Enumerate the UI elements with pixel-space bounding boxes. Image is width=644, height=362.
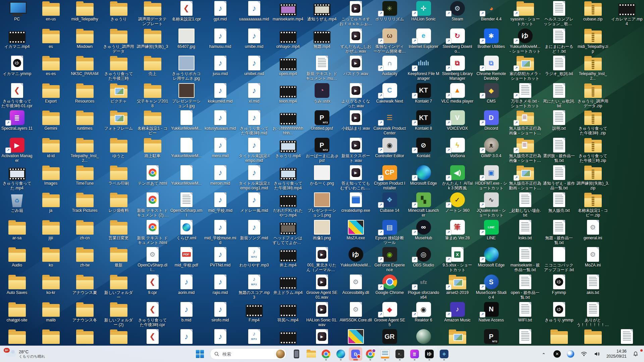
desktop-icon[interactable]: S↗MuseScore Studio 4 <box>475 275 507 301</box>
desktop-icon[interactable]: e↗Internet Explorer <box>407 28 440 55</box>
desktop-icon[interactable]: open - 親作品一覧.txt <box>509 275 541 301</box>
desktop-icon[interactable]: ありがとう！！！！！！.txt <box>577 302 609 329</box>
desktop-icon[interactable]: ⚙MoZA.ini <box>577 247 609 274</box>
notification-center-button[interactable] <box>629 347 642 361</box>
desktop-icon[interactable]: Mixdown <box>68 28 101 55</box>
desktop-icon[interactable]: 調声練習(失敗)_3.zip <box>577 165 609 192</box>
desktop-icon[interactable]: X↗9.5.xlsx - ショートカット <box>441 247 474 274</box>
desktop-icon[interactable]: ♪きゅうり食ってた午後3時.mid <box>238 110 270 137</box>
desktop-icon[interactable]: ⧉↗Chrome Remote Desktop <box>475 56 507 82</box>
desktop-icon[interactable]: きゅうり_調声用データ <box>102 28 135 55</box>
tray-volume-button[interactable] <box>591 347 604 361</box>
desktop-icon[interactable]: 65407.jpg <box>170 28 203 55</box>
desktop-icon[interactable]: ▶Groove Agent SE 01.wav <box>306 275 338 301</box>
tray-x-app-button[interactable]: ✕ <box>551 347 564 361</box>
desktop-icon[interactable]: ✓↗ノートン 360 <box>441 192 474 219</box>
desktop-icon[interactable]: 選択肢 - 親作品一覧.txt <box>543 138 575 165</box>
desktop-icon[interactable]: テンポあて.html <box>136 165 169 192</box>
desktop-icon[interactable]: きゅうり食ってた午後3時 .zip <box>577 110 609 137</box>
desktop-icon[interactable]: es-es <box>35 56 67 82</box>
desktop-icon[interactable]: 死にたい_ゅ歌詞.txt <box>543 83 575 110</box>
desktop-icon[interactable]: Gemini <box>35 110 67 137</box>
taskbar-app-file-explorer[interactable] <box>305 347 318 361</box>
desktop-icon[interactable]: ❮9.cpr <box>136 275 169 301</box>
desktop-icon[interactable]: ♪umibe.mid <box>238 28 270 55</box>
desktop-icon[interactable]: KT↗Kontakt 8 <box>407 110 440 137</box>
taskbar-app-cubase[interactable]: ❖ <box>437 347 451 361</box>
desktop-icon[interactable]: 通知うぜえ.mp4 <box>306 1 338 28</box>
desktop-icon[interactable]: open.mp4 <box>272 56 304 82</box>
desktop-icon[interactable]: ⧉↗Steinberg Library Manager <box>441 56 474 82</box>
desktop-icon[interactable]: ⚙general.ini <box>577 220 609 247</box>
desktop-icon[interactable]: かるーく.png <box>306 165 338 192</box>
desktop-icon[interactable]: 新規 テキスト ドキュメント.musicxml <box>306 56 338 82</box>
desktop-icon[interactable]: 最新 <box>102 247 135 274</box>
desktop-icon[interactable]: ♪b.mid <box>170 302 203 329</box>
desktop-icon[interactable]: ohhayo-.mp4 <box>272 28 304 55</box>
taskbar-app-phone-link[interactable] <box>290 347 303 361</box>
desktop-icon[interactable]: ▲↗VLC media player <box>441 83 474 110</box>
desktop-icon[interactable]: アナウンス夏 <box>68 275 101 301</box>
tray-network-button[interactable] <box>578 347 590 361</box>
tray-chevron-button[interactable]: ⌃ <box>537 347 550 361</box>
desktop-icon[interactable]: ゆF.ymmp <box>543 275 575 301</box>
desktop-icon[interactable]: ▶新規エクスポート.wav <box>339 138 372 165</box>
desktop-icon[interactable]: ♪MP3わかりやす.mp3 <box>238 247 270 274</box>
desktop-icon[interactable]: jijii <box>35 220 67 247</box>
desktop-icon[interactable]: akis.txt <box>577 275 609 301</box>
desktop-icon[interactable]: ▶よりうるさくなった.wav <box>339 83 372 110</box>
desktop-icon[interactable]: ♪sirofo.mid <box>204 302 236 329</box>
tray-orb-button[interactable] <box>564 347 577 361</box>
desktop-icon[interactable]: ↗Microsoft Edge <box>475 247 507 274</box>
desktop-icon[interactable]: ♪aorin.mid <box>170 275 203 301</box>
desktop-icon[interactable]: chatgpt-site <box>1 302 33 329</box>
desktop-icon[interactable]: N↗Native Access <box>475 302 507 329</box>
desktop-icon[interactable]: YukkuriMovieM... <box>170 165 203 192</box>
desktop-icon[interactable]: PNT2Untitled.ppsf <box>306 110 338 137</box>
desktop-icon[interactable]: ♪タイトル未設定.tempo.orig1.mid <box>238 165 270 192</box>
desktop-icon[interactable]: ja <box>35 192 67 219</box>
desktop-icon[interactable]: きゅうり食ってた午後三時.zip <box>577 138 609 165</box>
desktop-icon[interactable]: フォトフレーム <box>102 110 135 137</box>
desktop-icon[interactable]: ♪メドレー風.mid <box>238 192 270 219</box>
desktop-icon[interactable]: ↗無人販売不正行為画像 - ショートカッ... <box>509 110 541 137</box>
desktop-icon[interactable]: ✛↗HALion Sonic <box>407 1 440 28</box>
desktop-icon[interactable]: ♻ごみ箱 <box>1 192 33 219</box>
desktop-icon[interactable]: NKSC_PARAM <box>68 56 101 82</box>
desktop-icon[interactable]: en-us <box>35 1 67 28</box>
desktop-icon[interactable]: ▤↗Epson 接続診断ツール <box>373 220 406 247</box>
desktop-icon[interactable]: 筆↗筆まめ Ver.28 <box>441 220 474 247</box>
desktop-icon[interactable]: ✱↗Brother Utilities <box>475 28 507 55</box>
desktop-icon[interactable]: 新規 テキスト ドキュメント (2).html <box>136 192 169 219</box>
desktop-icon[interactable]: D↗Discord <box>475 110 507 137</box>
desktop-icon[interactable]: id-id <box>35 138 67 165</box>
desktop-icon[interactable]: ◆↗CMS <box>475 83 507 110</box>
desktop-icon[interactable]: ピクチャ <box>102 83 135 110</box>
desktop-icon[interactable]: Telepathy_Inst_2... <box>577 56 609 82</box>
desktop-icon[interactable]: MoZA.exe <box>339 220 372 247</box>
desktop-icon[interactable]: PC <box>1 1 33 28</box>
desktop-icon[interactable]: ⚙↗Steam <box>441 1 474 28</box>
desktop-icon[interactable]: だれだFXいれたやつ.mp4 <box>272 192 304 219</box>
desktop-icon[interactable]: ksks.txt <box>509 220 541 247</box>
desktop-icon[interactable]: ♪新規ソング.mid <box>238 220 270 247</box>
desktop-icon[interactable]: ↻↗Steinberg Downlo... <box>441 28 474 55</box>
desktop-icon[interactable]: ▶↗Activation Manager <box>1 138 33 165</box>
desktop-icon[interactable]: ゆYukkuriMovieM... <box>339 247 372 274</box>
desktop-icon[interactable]: ∿↗JQuake.exe - ショートカット <box>475 192 507 219</box>
desktop-icon[interactable]: ♪jusu.mid <box>204 56 236 82</box>
desktop-icon[interactable]: ko-kr <box>35 275 67 301</box>
taskbar-search[interactable] <box>210 348 286 360</box>
desktop-icon[interactable]: ϟ↗VoiSona <box>441 138 474 165</box>
desktop-icon[interactable]: createdump.exe <box>339 192 372 219</box>
desktop-icon[interactable]: OpenCvSharp.xml <box>170 192 203 219</box>
search-input[interactable] <box>222 351 273 357</box>
desktop-icon[interactable]: cubase.zip <box>577 1 609 28</box>
desktop-icon[interactable]: LINE↗LINE <box>475 220 507 247</box>
desktop-icon[interactable]: きゅうり食ってた.mp4 <box>1 165 33 192</box>
desktop-icon[interactable]: ◕↗Blender 4.4 <box>475 1 507 28</box>
desktop-icon[interactable]: PNT2おーばーまにあ.ppsf <box>306 138 338 165</box>
desktop-icon[interactable]: ◀)↗かんたん！ AITalk 3 関西風 <box>441 165 474 192</box>
taskbar-weather-widget[interactable]: 9+ 28°C くもりのち晴れ <box>3 346 48 362</box>
desktop-icon[interactable]: malib <box>35 302 67 329</box>
